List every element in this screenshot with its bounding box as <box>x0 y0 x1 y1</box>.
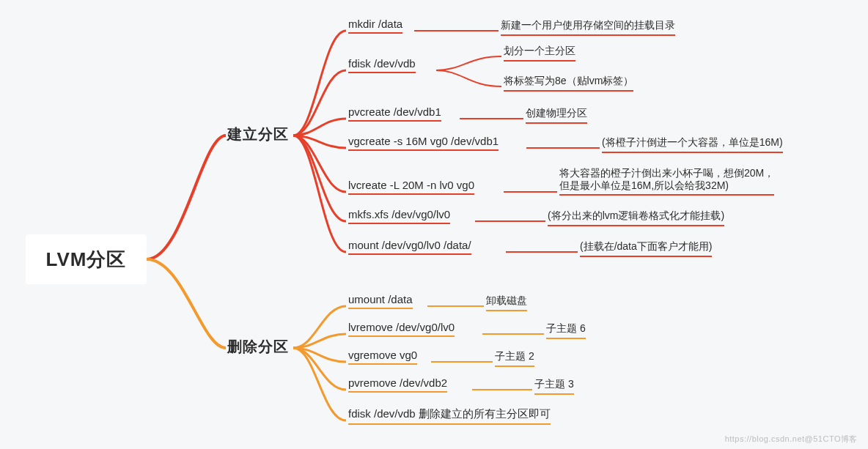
leaf-pvcreate-desc-label: 创建物理分区 <box>526 107 587 119</box>
node-mkdir-label: mkdir /data <box>348 18 402 30</box>
node-fdiskdel[interactable]: fdisk /dev/vdb 删除建立的所有主分区即可 <box>348 407 551 425</box>
node-mkfs[interactable]: mkfs.xfs /dev/vg0/lv0 <box>348 208 450 224</box>
leaf-mount-desc[interactable]: (挂载在/data下面客户才能用) <box>580 240 712 257</box>
leaf-fdisk-b-label: 将标签写为8e（贴lvm标签） <box>504 75 633 86</box>
leaf-mkfs-desc-label: (将分出来的lvm逻辑卷格式化才能挂载) <box>548 209 724 221</box>
branch-delete-label: 删除分区 <box>227 338 289 355</box>
node-umount-label: umount /data <box>348 293 413 305</box>
node-fdisk[interactable]: fdisk /dev/vdb <box>348 57 416 73</box>
leaf-fdisk-a[interactable]: 划分一个主分区 <box>504 45 575 62</box>
node-pvcreate[interactable]: pvcreate /dev/vdb1 <box>348 105 441 122</box>
node-pvcreate-label: pvcreate /dev/vdb1 <box>348 105 441 118</box>
node-lvremove[interactable]: lvremove /dev/vg0/lv0 <box>348 321 455 337</box>
node-mkdir[interactable]: mkdir /data <box>348 18 402 34</box>
leaf-mount-desc-label: (挂载在/data下面客户才能用) <box>580 240 712 252</box>
leaf-pvremove-desc[interactable]: 子主题 3 <box>534 378 574 395</box>
leaf-umount-desc[interactable]: 卸载磁盘 <box>486 294 527 311</box>
root-topic[interactable]: LVM分区 <box>26 234 147 284</box>
node-fdiskdel-label: fdisk /dev/vdb 删除建立的所有主分区即可 <box>348 407 551 420</box>
node-mount-label: mount /dev/vg0/lv0 /data/ <box>348 239 471 251</box>
node-vgcreate-label: vgcreate -s 16M vg0 /dev/vdb1 <box>348 135 499 147</box>
leaf-pvremove-desc-label: 子主题 3 <box>534 378 574 390</box>
leaf-vgcreate-desc[interactable]: (将橙子汁倒进一个大容器，单位是16M) <box>602 136 783 153</box>
leaf-lvcreate-desc-label: 将大容器的橙子汁倒出来小杯子喝，想倒20M， 但是最小单位是16M,所以会给我3… <box>559 167 774 191</box>
branch-build-label: 建立分区 <box>227 126 289 142</box>
node-mkfs-label: mkfs.xfs /dev/vg0/lv0 <box>348 208 450 220</box>
leaf-vgcreate-desc-label: (将橙子汁倒进一个大容器，单位是16M) <box>602 136 783 148</box>
leaf-vgremove-desc-label: 子主题 2 <box>495 350 534 362</box>
leaf-mkdir-desc-label: 新建一个用户使用存储空间的挂载目录 <box>501 19 675 31</box>
leaf-mkdir-desc[interactable]: 新建一个用户使用存储空间的挂载目录 <box>501 19 675 36</box>
node-fdisk-label: fdisk /dev/vdb <box>348 57 416 70</box>
node-lvremove-label: lvremove /dev/vg0/lv0 <box>348 321 455 333</box>
node-vgremove-label: vgremove vg0 <box>348 349 417 361</box>
node-vgremove[interactable]: vgremove vg0 <box>348 349 417 365</box>
root-label: LVM分区 <box>46 247 127 272</box>
branch-delete[interactable]: 删除分区 <box>227 337 289 357</box>
leaf-mkfs-desc[interactable]: (将分出来的lvm逻辑卷格式化才能挂载) <box>548 209 724 226</box>
node-pvremove-label: pvremove /dev/vdb2 <box>348 376 447 389</box>
leaf-fdisk-b[interactable]: 将标签写为8e（贴lvm标签） <box>504 75 633 92</box>
node-vgcreate[interactable]: vgcreate -s 16M vg0 /dev/vdb1 <box>348 135 499 151</box>
leaf-lvremove-desc-label: 子主题 6 <box>546 322 586 334</box>
branch-build[interactable]: 建立分区 <box>227 125 289 144</box>
leaf-pvcreate-desc[interactable]: 创建物理分区 <box>526 107 587 124</box>
node-lvcreate-label: lvcreate -L 20M -n lv0 vg0 <box>348 179 474 191</box>
leaf-vgremove-desc[interactable]: 子主题 2 <box>495 350 534 367</box>
watermark-text: https://blog.csdn.net@51CTO博客 <box>725 434 858 443</box>
leaf-fdisk-a-label: 划分一个主分区 <box>504 45 575 56</box>
leaf-umount-desc-label: 卸载磁盘 <box>486 294 527 306</box>
node-mount[interactable]: mount /dev/vg0/lv0 /data/ <box>348 239 471 255</box>
leaf-lvremove-desc[interactable]: 子主题 6 <box>546 322 586 339</box>
node-lvcreate[interactable]: lvcreate -L 20M -n lv0 vg0 <box>348 179 474 195</box>
leaf-lvcreate-desc[interactable]: 将大容器的橙子汁倒出来小杯子喝，想倒20M， 但是最小单位是16M,所以会给我3… <box>559 167 774 196</box>
watermark: https://blog.csdn.net@51CTO博客 <box>725 434 858 445</box>
node-pvremove[interactable]: pvremove /dev/vdb2 <box>348 376 447 393</box>
node-umount[interactable]: umount /data <box>348 293 413 309</box>
